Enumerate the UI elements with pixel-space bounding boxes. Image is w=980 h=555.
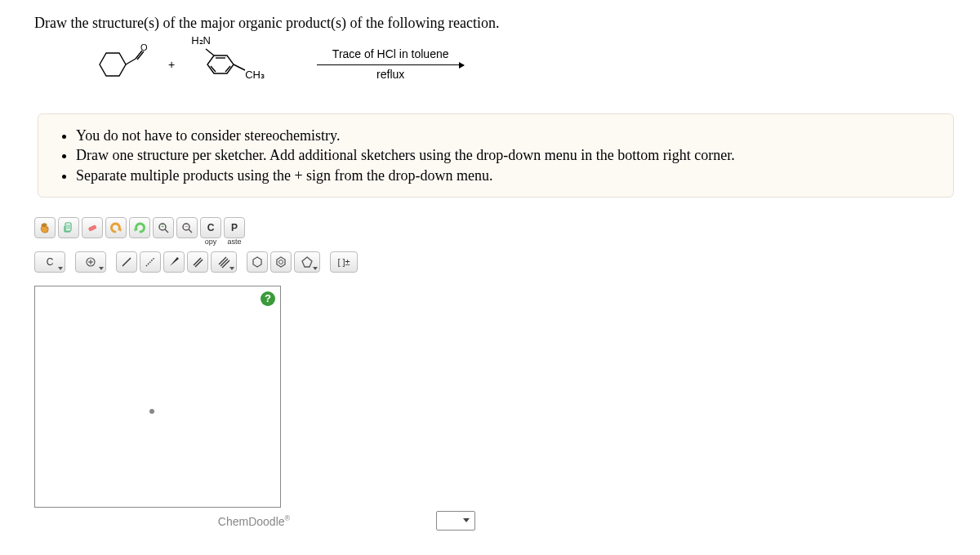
undo-button[interactable] xyxy=(105,217,127,238)
chemdoodle-brand: ChemDoodle® xyxy=(72,514,436,528)
increment-tool-button[interactable] xyxy=(75,251,106,273)
charge-button[interactable]: [ ]± xyxy=(330,251,358,273)
svg-line-5 xyxy=(206,49,214,56)
copy-button[interactable]: C opy xyxy=(200,217,221,238)
instruction-item: Draw one structure per sketcher. Add add… xyxy=(76,145,937,165)
svg-marker-24 xyxy=(170,257,179,266)
reaction-scheme: O + H₂N CH₃ Trace of HCl in toluene xyxy=(91,40,957,89)
reaction-arrow xyxy=(317,64,464,65)
hand-tool-button[interactable] xyxy=(34,217,56,238)
benzene-button[interactable] xyxy=(270,251,292,273)
instruction-item: Separate multiple products using the + s… xyxy=(76,166,937,185)
question-prompt: Draw the structure(s) of the major organ… xyxy=(34,15,957,32)
instructions-box: You do not have to consider stereochemis… xyxy=(38,113,954,198)
zoom-in-button[interactable]: + xyxy=(153,217,174,238)
svg-point-32 xyxy=(279,260,283,264)
svg-line-23 xyxy=(146,258,154,266)
triple-bond-button[interactable] xyxy=(211,251,237,273)
recessed-bond-button[interactable] xyxy=(140,251,161,273)
methyl-label: CH₃ xyxy=(245,69,265,81)
svg-marker-31 xyxy=(277,257,285,267)
svg-line-17 xyxy=(189,229,192,233)
svg-marker-0 xyxy=(100,53,126,76)
plus-sign: + xyxy=(168,58,175,71)
cyclohexane-button[interactable] xyxy=(247,251,268,273)
svg-marker-30 xyxy=(253,257,261,267)
condition-bottom: reflux xyxy=(376,67,404,83)
svg-rect-12 xyxy=(88,224,97,232)
structure-sketcher: + − C opy P aste C xyxy=(34,215,475,531)
lasso-tool-button[interactable] xyxy=(58,217,79,238)
double-bond-button[interactable] xyxy=(187,251,208,273)
paste-button[interactable]: P aste xyxy=(224,217,245,238)
drawing-canvas[interactable]: ? xyxy=(34,286,281,508)
reactant-2-structure: H₂N CH₃ xyxy=(194,42,268,87)
toolbar-row-2: C xyxy=(34,250,475,274)
condition-top: Trace of HCl in toluene xyxy=(332,47,449,63)
ring-picker-button[interactable] xyxy=(294,251,320,273)
svg-marker-33 xyxy=(302,257,312,267)
help-button[interactable]: ? xyxy=(261,291,275,306)
start-atom-dot[interactable] xyxy=(149,409,154,414)
zoom-out-button[interactable]: − xyxy=(176,217,198,238)
svg-line-8 xyxy=(225,66,230,72)
instruction-item: You do not have to consider stereochemis… xyxy=(76,126,937,145)
redo-button[interactable] xyxy=(129,217,150,238)
svg-line-9 xyxy=(211,66,216,72)
eraser-tool-button[interactable] xyxy=(82,217,103,238)
svg-text:−: − xyxy=(185,224,188,229)
svg-line-22 xyxy=(122,258,131,266)
svg-line-1 xyxy=(126,59,136,64)
wedge-bond-button[interactable] xyxy=(163,251,185,273)
add-sketcher-dropdown[interactable] xyxy=(436,511,475,531)
reactant-1-structure: O xyxy=(91,42,149,87)
svg-line-14 xyxy=(165,229,168,233)
reaction-conditions: Trace of HCl in toluene reflux xyxy=(317,47,464,82)
svg-text:O: O xyxy=(140,42,148,52)
toolbar-row-1: + − C opy P aste xyxy=(34,215,475,240)
svg-text:+: + xyxy=(161,224,164,229)
element-picker-button[interactable]: C xyxy=(34,251,65,273)
svg-line-10 xyxy=(234,64,245,70)
amine-label: H₂N xyxy=(191,34,211,47)
single-bond-button[interactable] xyxy=(116,251,137,273)
